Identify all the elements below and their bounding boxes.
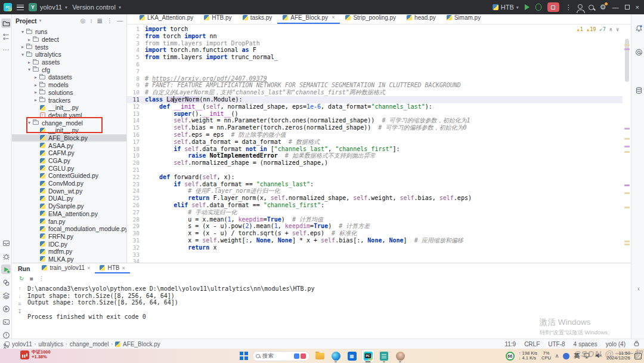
code-line[interactable]: 33 <box>127 251 623 259</box>
tree-item-assets[interactable]: ▸assets <box>12 59 126 66</box>
line-number[interactable]: 25 <box>127 195 145 202</box>
status-item[interactable]: CRLF <box>524 341 540 347</box>
chevron-right-icon[interactable]: ▸ <box>26 37 32 42</box>
contact-app-icon[interactable] <box>394 350 406 362</box>
taskbar-clock[interactable]: 11:502024/12/26 <box>606 351 630 361</box>
scroll-up-icon[interactable]: ↑ <box>18 285 21 291</box>
run-config-selector[interactable]: HTB ▾ <box>493 4 519 11</box>
cpu-usage[interactable]: 7%CPU <box>541 351 551 361</box>
chevron-right-icon[interactable]: ▸ <box>33 75 39 80</box>
terminal-tool-icon[interactable] <box>1 317 11 327</box>
code-line[interactable]: 5from timm.layers import trunc_normal_ <box>127 54 623 61</box>
prev-problem-icon[interactable]: ∧ <box>609 26 612 32</box>
code-line[interactable]: 22 def forward(self, x): <box>127 174 623 181</box>
warning-count-a[interactable]: 1 <box>577 26 583 32</box>
code-line[interactable]: 14 self.weight = nn.Parameter(torch.ones… <box>127 117 623 124</box>
tree-item-tests[interactable]: ▸tests <box>12 43 126 51</box>
line-number[interactable]: 19 <box>127 152 145 159</box>
services-tool-icon[interactable] <box>1 238 11 248</box>
close-tab-icon[interactable]: × <box>332 14 335 20</box>
tree-item-cga-py[interactable]: CGA.py <box>12 157 126 165</box>
chevron-right-icon[interactable]: ▸ <box>33 97 39 103</box>
run-panel-title[interactable]: Run <box>18 265 30 272</box>
rerun-icon[interactable]: ↻ <box>19 275 24 282</box>
structure-tool-icon[interactable] <box>1 32 11 41</box>
tree-item-contextguided-py[interactable]: ContextGuided.py <box>12 172 126 180</box>
tree-item-dual-py[interactable]: DUAL.py <box>12 195 126 202</box>
code-line[interactable]: 15 self.bias = nn.Parameter(torch.zeros(… <box>127 124 623 131</box>
volume-muted-icon[interactable] <box>595 352 602 360</box>
line-number[interactable]: 16 <box>127 131 145 139</box>
tray-expand-icon[interactable]: ∧ <box>555 353 559 359</box>
code-line[interactable]: 25 return F.layer_norm(x, self.normalize… <box>127 195 623 202</box>
more-actions-icon[interactable]: ⋮ <box>565 4 572 11</box>
line-number[interactable]: 30 <box>127 230 145 237</box>
close-tab-icon[interactable]: × <box>87 265 90 271</box>
tray-app-icon[interactable] <box>563 353 569 359</box>
code-line[interactable]: 1import torch <box>127 26 623 33</box>
problems-tool-icon[interactable] <box>1 330 11 340</box>
line-number[interactable]: 9 <box>127 82 145 89</box>
line-number[interactable]: 34 <box>127 258 145 263</box>
status-item[interactable]: UTF-8 <box>548 341 565 347</box>
chevron-right-icon[interactable]: ▸ <box>26 60 32 65</box>
notification-center-icon[interactable] <box>634 353 642 359</box>
run-tool-icon[interactable] <box>1 264 11 274</box>
project-widget[interactable]: Y yolov11 ▾ <box>29 3 67 11</box>
code-line[interactable]: 23 if self.data_format == "channels_last… <box>127 181 623 188</box>
run-tab[interactable]: train_yolov11× <box>37 263 95 273</box>
line-number[interactable]: 33 <box>127 251 145 259</box>
chevron-right-icon[interactable]: ▸ <box>20 44 26 50</box>
chevron-right-icon[interactable]: ▸ <box>33 82 39 88</box>
code-line[interactable]: 3from timm.layers import DropPath <box>127 40 623 47</box>
taskbar-search-input[interactable]: 搜索 <box>252 351 309 361</box>
edge-app-icon[interactable] <box>330 350 342 362</box>
editor-scrollbar[interactable] <box>623 24 631 263</box>
tree-item-solutions[interactable]: ▸solutions <box>12 89 126 97</box>
line-number[interactable]: 18 <box>127 146 145 153</box>
chevron-down-icon[interactable]: ▾ <box>20 52 26 57</box>
line-number[interactable]: 1 <box>127 26 145 33</box>
line-number[interactable]: 8 <box>127 75 145 82</box>
editor-tab[interactable]: AFE_Block.py× <box>277 14 340 24</box>
tree-item-runs[interactable]: ▾runs <box>12 28 126 36</box>
code-line[interactable]: 20 self.normalized_shape = (normalized_s… <box>127 159 623 167</box>
breadcrumb-item[interactable]: yolov11 <box>12 341 32 347</box>
python-packages-tool-icon[interactable] <box>1 278 11 287</box>
soft-wrap-icon[interactable]: ≡ <box>18 301 21 307</box>
code-with-me-icon[interactable] <box>578 4 583 9</box>
run-tab[interactable]: HTB× <box>95 263 129 273</box>
tree-item-idc-py[interactable]: IDC.py <box>12 240 126 248</box>
panel-options-icon[interactable]: ⋮ <box>107 17 113 24</box>
warning-count-b[interactable]: 19 <box>587 26 596 32</box>
notes-app-icon[interactable] <box>378 350 390 362</box>
code-line[interactable]: 27 # 手动实现归一化 <box>127 209 623 216</box>
minimize-button[interactable]: — <box>612 4 619 11</box>
editor-tab[interactable]: LKA_Attention.py <box>134 14 199 24</box>
tree-item-frfn-py[interactable]: FRFN.py <box>12 233 126 241</box>
code-line[interactable]: 10# 自定义的LayerNorm层，支持"channels_last"和"ch… <box>127 89 623 96</box>
line-number[interactable]: 32 <box>127 244 145 251</box>
debug-button[interactable] <box>535 4 541 11</box>
breadcrumb-item[interactable]: AFE_Block.py <box>123 341 160 347</box>
code-line[interactable]: 19 raise NotImplementedError # 如果数据格式不支持… <box>127 152 623 159</box>
breadcrumb-item[interactable]: change_model <box>70 341 109 347</box>
chevron-right-icon[interactable]: ▸ <box>33 90 39 95</box>
breadcrumb-item[interactable]: ultralytics <box>38 341 63 347</box>
tree-item-cfg[interactable]: ▾cfg <box>12 66 126 73</box>
project-panel-title[interactable]: Project <box>16 17 37 24</box>
tree-item-datasets[interactable]: ▸datasets <box>12 73 126 81</box>
code-line[interactable]: 12 def __init__(self, normalized_shape, … <box>127 103 623 110</box>
line-number[interactable]: 17 <box>127 139 145 146</box>
network-icon[interactable] <box>584 352 591 360</box>
line-number[interactable]: 2 <box>127 33 145 40</box>
stop-button[interactable] <box>547 2 559 12</box>
tree-item-ema-attention-py[interactable]: EMA_attention.py <box>12 210 126 218</box>
tree-item-default-yaml[interactable]: Ydefault.yaml <box>12 112 126 119</box>
code-line[interactable]: 18 if self.data_format not in ["channels… <box>127 146 623 153</box>
next-problem-icon[interactable]: ∨ <box>616 26 619 32</box>
code-line[interactable]: 9# FANET: FEATURE AMPLIFICATION NETWORK … <box>127 82 623 89</box>
line-number[interactable]: 21 <box>127 167 145 174</box>
code-line[interactable]: 4import torch.nn.functional as F <box>127 47 623 54</box>
pycharm-app-icon[interactable]: PC <box>362 350 374 362</box>
